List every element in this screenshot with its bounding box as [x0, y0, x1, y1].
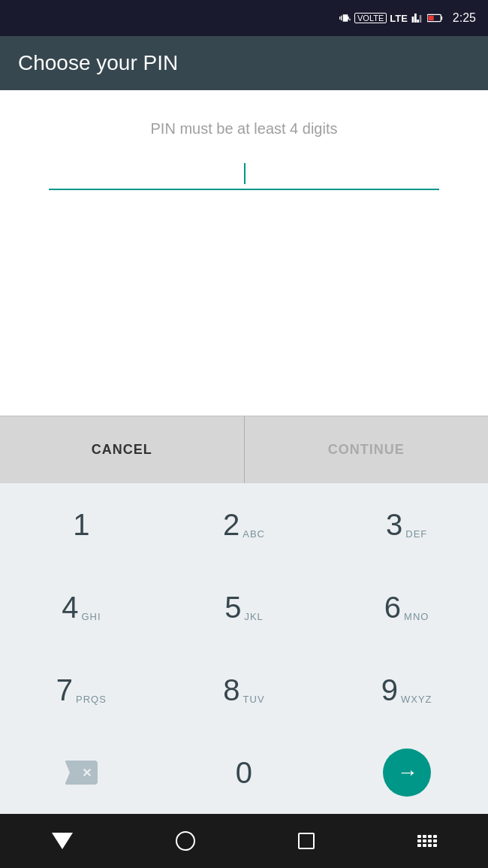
pin-instruction: PIN must be at least 4 digits	[150, 120, 337, 138]
numpad: 1 2 ABC 3 DEF 4 GHI 5 JKL 6 MNO	[0, 483, 488, 814]
key-number-2: 2	[223, 510, 239, 540]
signal-icon	[411, 12, 424, 24]
svg-rect-2	[428, 16, 433, 20]
back-button[interactable]	[52, 833, 73, 849]
key-number-6: 6	[384, 592, 401, 622]
status-icons: VOLTE LTE 2:25	[339, 11, 476, 25]
backspace-icon: ✕	[65, 761, 98, 785]
home-circle-icon	[176, 831, 195, 851]
numpad-key-1[interactable]: 1	[0, 483, 163, 566]
svg-rect-1	[441, 17, 442, 20]
header: Choose your PIN	[0, 36, 488, 90]
vibrate-icon	[339, 12, 351, 24]
key-letters-6: MNO	[404, 611, 429, 622]
key-number-1: 1	[73, 510, 89, 540]
keyboard-button[interactable]	[417, 835, 437, 847]
key-letters-3: DEF	[405, 528, 427, 540]
recents-button[interactable]	[298, 833, 315, 849]
key-letters-4: GHI	[81, 611, 101, 622]
main-content: PIN must be at least 4 digits	[0, 90, 488, 416]
key-letters-7: PRQS	[76, 694, 107, 705]
numpad-key-7[interactable]: 7 PRQS	[0, 649, 163, 731]
status-time: 2:25	[453, 11, 476, 25]
page-title: Choose your PIN	[18, 51, 470, 75]
backspace-x: ✕	[82, 766, 92, 780]
numpad-key-0[interactable]: 0	[163, 731, 326, 814]
recents-square-icon	[298, 833, 315, 849]
continue-button[interactable]: CONTINUE	[245, 416, 489, 483]
home-button[interactable]	[176, 831, 195, 851]
action-buttons: CANCEL CONTINUE	[0, 416, 488, 483]
numpad-key-9[interactable]: 9 WXYZ	[325, 649, 488, 731]
cancel-button[interactable]: CANCEL	[0, 416, 244, 483]
key-letters-2: ABC	[242, 528, 265, 540]
key-number-4: 4	[62, 592, 78, 622]
key-number-7: 7	[56, 675, 73, 705]
lte-badge: LTE	[390, 13, 408, 24]
key-number-3: 3	[386, 510, 402, 540]
key-number-5: 5	[224, 592, 241, 622]
key-letters-8: TUV	[243, 694, 265, 705]
back-triangle-icon	[52, 833, 73, 849]
keyboard-grid-icon	[417, 835, 437, 847]
numpad-key-2[interactable]: 2 ABC	[163, 483, 326, 566]
numpad-key-6[interactable]: 6 MNO	[325, 566, 488, 649]
volte-badge: VOLTE	[354, 13, 387, 23]
key-number-8: 8	[223, 675, 239, 705]
cursor-line	[244, 163, 246, 184]
numpad-key-4[interactable]: 4 GHI	[0, 566, 163, 649]
next-btn-circle: →	[383, 749, 431, 797]
next-button[interactable]: →	[325, 731, 488, 814]
numpad-key-3[interactable]: 3 DEF	[325, 483, 488, 566]
status-bar: VOLTE LTE 2:25	[0, 0, 488, 36]
key-number-0: 0	[236, 758, 252, 788]
numpad-key-5[interactable]: 5 JKL	[163, 566, 326, 649]
pin-input-wrapper	[49, 160, 439, 190]
backspace-button[interactable]: ✕	[0, 731, 163, 814]
nav-bar	[0, 814, 488, 868]
numpad-key-8[interactable]: 8 TUV	[163, 649, 326, 731]
next-arrow-icon: →	[397, 761, 418, 785]
key-number-9: 9	[381, 675, 398, 705]
key-letters-5: JKL	[244, 611, 263, 622]
battery-icon	[427, 13, 444, 23]
key-letters-9: WXYZ	[401, 694, 432, 705]
